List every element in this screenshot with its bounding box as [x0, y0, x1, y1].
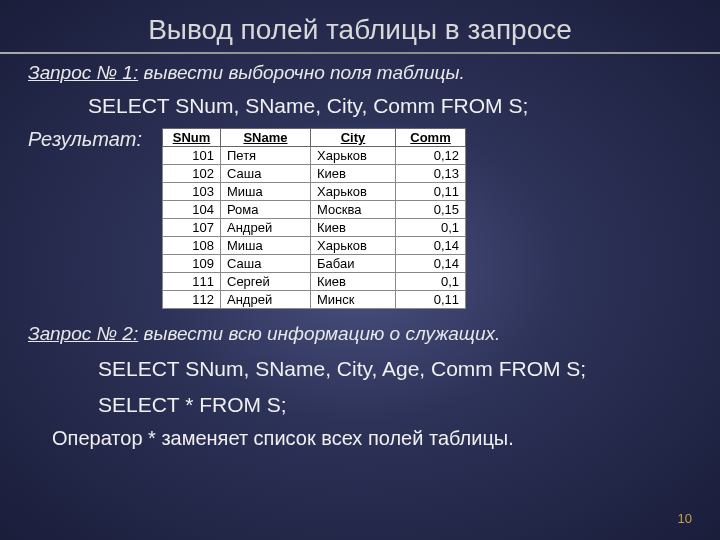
cell-snum: 102 — [163, 165, 221, 183]
query1-text: вывести выборочно поля таблицы. — [138, 62, 465, 83]
cell-sname: Саша — [221, 255, 311, 273]
table-header-row: SNum SName City Comm — [163, 129, 466, 147]
table-row: 109СашаБабаи0,14 — [163, 255, 466, 273]
cell-sname: Андрей — [221, 219, 311, 237]
operator-note: Оператор * заменяет список всех полей та… — [52, 427, 692, 450]
cell-snum: 107 — [163, 219, 221, 237]
cell-snum: 109 — [163, 255, 221, 273]
th-sname: SName — [221, 129, 311, 147]
cell-snum: 111 — [163, 273, 221, 291]
table-row: 112АндрейМинск0,11 — [163, 291, 466, 309]
query2-label: Запрос № 2: — [28, 323, 138, 344]
th-comm: Comm — [396, 129, 466, 147]
query1-sql: SELECT SNum, SName, City, Comm FROM S; — [88, 94, 692, 118]
cell-comm: 0,13 — [396, 165, 466, 183]
cell-comm: 0,11 — [396, 291, 466, 309]
cell-snum: 104 — [163, 201, 221, 219]
cell-sname: Миша — [221, 183, 311, 201]
query2-sql1: SELECT SNum, SName, City, Age, Comm FROM… — [98, 357, 692, 381]
query2-text: вывести всю информацию о служащих. — [138, 323, 500, 344]
cell-city: Киев — [311, 165, 396, 183]
cell-snum: 112 — [163, 291, 221, 309]
cell-city: Киев — [311, 273, 396, 291]
cell-city: Харьков — [311, 147, 396, 165]
th-city: City — [311, 129, 396, 147]
cell-sname: Саша — [221, 165, 311, 183]
cell-city: Харьков — [311, 237, 396, 255]
result-table: SNum SName City Comm 101ПетяХарьков0,121… — [162, 128, 466, 309]
query2-line: Запрос № 2: вывести всю информацию о слу… — [28, 323, 692, 345]
cell-snum: 101 — [163, 147, 221, 165]
cell-sname: Андрей — [221, 291, 311, 309]
cell-comm: 0,14 — [396, 237, 466, 255]
cell-snum: 108 — [163, 237, 221, 255]
cell-city: Харьков — [311, 183, 396, 201]
cell-city: Бабаи — [311, 255, 396, 273]
cell-sname: Петя — [221, 147, 311, 165]
cell-city: Киев — [311, 219, 396, 237]
query2-sql2: SELECT * FROM S; — [98, 393, 692, 417]
th-snum: SNum — [163, 129, 221, 147]
query1-line: Запрос № 1: вывести выборочно поля табли… — [28, 62, 692, 84]
cell-snum: 103 — [163, 183, 221, 201]
table-row: 101ПетяХарьков0,12 — [163, 147, 466, 165]
table-row: 104РомаМосква0,15 — [163, 201, 466, 219]
table-row: 102СашаКиев0,13 — [163, 165, 466, 183]
cell-comm: 0,12 — [396, 147, 466, 165]
query1-label: Запрос № 1: — [28, 62, 138, 83]
result-label: Результат: — [28, 128, 142, 151]
table-row: 103МишаХарьков0,11 — [163, 183, 466, 201]
cell-city: Москва — [311, 201, 396, 219]
cell-sname: Сергей — [221, 273, 311, 291]
cell-comm: 0,11 — [396, 183, 466, 201]
cell-city: Минск — [311, 291, 396, 309]
table-row: 108МишаХарьков0,14 — [163, 237, 466, 255]
cell-comm: 0,1 — [396, 273, 466, 291]
page-number: 10 — [678, 511, 692, 526]
table-row: 111СергейКиев0,1 — [163, 273, 466, 291]
table-row: 107АндрейКиев0,1 — [163, 219, 466, 237]
cell-sname: Миша — [221, 237, 311, 255]
cell-comm: 0,1 — [396, 219, 466, 237]
cell-comm: 0,14 — [396, 255, 466, 273]
slide-title: Вывод полей таблицы в запросе — [0, 0, 720, 46]
cell-comm: 0,15 — [396, 201, 466, 219]
cell-sname: Рома — [221, 201, 311, 219]
